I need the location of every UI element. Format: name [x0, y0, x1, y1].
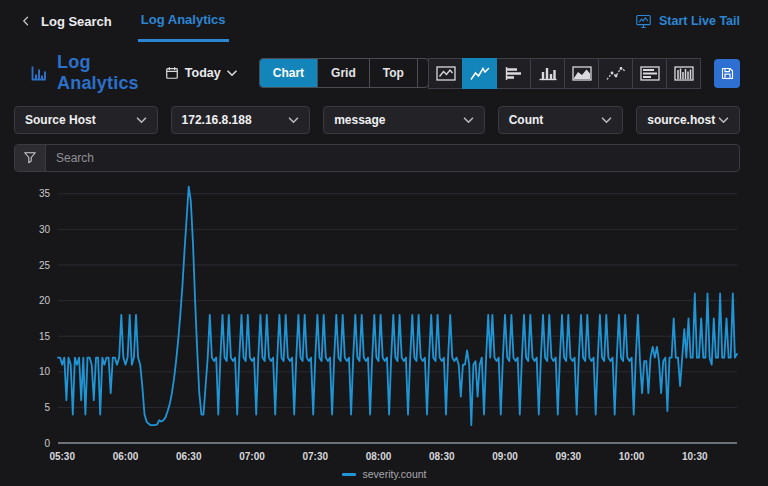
svg-text:07:00: 07:00: [239, 451, 265, 462]
chart-area: 0510152025303505:3006:0006:3007:0007:300…: [14, 170, 754, 466]
bar-chart-horizontal-icon[interactable]: [496, 58, 531, 89]
chart-type-button-group: [429, 58, 701, 89]
date-range-dropdown[interactable]: Today: [165, 66, 237, 80]
chart-legend: severity.count: [0, 468, 768, 480]
svg-text:07:30: 07:30: [303, 451, 329, 462]
start-live-tail-button[interactable]: Start Live Tail: [635, 0, 740, 42]
svg-text:35: 35: [39, 188, 51, 199]
search-input[interactable]: [46, 151, 739, 165]
filter-row: Source Host 172.16.8.188 message Count s…: [14, 106, 740, 134]
split-field-select[interactable]: source.host: [636, 106, 740, 134]
back-label: Log Search: [41, 14, 112, 29]
floppy-disk-icon: [720, 66, 735, 81]
top-bar: Log Search Log Analytics Start Live Tail: [0, 0, 768, 42]
svg-text:05:30: 05:30: [49, 451, 75, 462]
page-title-group: Log Analytics: [30, 52, 139, 94]
chevron-left-icon: [20, 15, 32, 27]
field-select[interactable]: message: [323, 106, 485, 134]
view-button-grid[interactable]: Grid: [317, 59, 369, 87]
legend-label: severity.count: [363, 468, 427, 480]
view-button-top-n[interactable]: Top N: [369, 59, 417, 87]
svg-text:5: 5: [44, 402, 50, 413]
chevron-down-icon: [227, 70, 237, 77]
group-by-value: Source Host: [25, 113, 96, 127]
chevron-down-icon: [601, 117, 612, 124]
svg-text:10: 10: [39, 366, 51, 377]
back-to-log-search[interactable]: Log Search: [20, 0, 112, 42]
live-tail-monitor-icon: [635, 13, 652, 30]
save-button[interactable]: [714, 59, 740, 88]
live-tail-label: Start Live Tail: [659, 14, 740, 28]
svg-text:30: 30: [39, 224, 51, 235]
group-by-select[interactable]: Source Host: [14, 106, 158, 134]
svg-text:25: 25: [39, 260, 51, 271]
chevron-down-icon: [288, 117, 299, 124]
histogram-bars-icon[interactable]: [666, 58, 701, 89]
framed-line-chart-icon[interactable]: [428, 58, 463, 89]
chevron-down-icon: [463, 117, 474, 124]
split-field-value: source.host: [647, 113, 715, 127]
svg-text:06:00: 06:00: [113, 451, 139, 462]
page-title: Log Analytics: [57, 52, 139, 94]
analytics-toolbar: Log Analytics Today Chart Grid Top N Gau…: [30, 56, 740, 90]
view-mode-button-group: Chart Grid Top N Gauge: [259, 58, 429, 88]
svg-text:09:30: 09:30: [556, 451, 582, 462]
svg-text:15: 15: [39, 331, 51, 342]
stacked-rows-icon[interactable]: [632, 58, 667, 89]
field-value: message: [334, 113, 385, 127]
svg-text:08:00: 08:00: [366, 451, 392, 462]
chevron-down-icon: [718, 117, 729, 124]
aggregation-value: Count: [509, 113, 544, 127]
legend-line-swatch: [342, 473, 356, 476]
column-chart-icon[interactable]: [530, 58, 565, 89]
line-chart-icon[interactable]: [462, 58, 497, 89]
svg-text:10:30: 10:30: [682, 451, 708, 462]
legend-item-severity-count[interactable]: severity.count: [342, 468, 427, 480]
filter-funnel-icon: [23, 151, 37, 165]
chevron-down-icon: [136, 117, 147, 124]
svg-text:0: 0: [44, 438, 50, 449]
calendar-icon: [165, 66, 179, 80]
area-chart-icon[interactable]: [564, 58, 599, 89]
aggregation-select[interactable]: Count: [498, 106, 624, 134]
view-button-chart[interactable]: Chart: [260, 59, 317, 87]
source-host-value: 172.16.8.188: [182, 113, 252, 127]
svg-text:20: 20: [39, 295, 51, 306]
analytics-line-chart: 0510152025303505:3006:0006:3007:0007:300…: [14, 170, 754, 466]
svg-text:10:00: 10:00: [619, 451, 645, 462]
filter-funnel-button[interactable]: [15, 145, 46, 171]
tab-log-analytics[interactable]: Log Analytics: [138, 0, 229, 42]
svg-text:09:00: 09:00: [492, 451, 518, 462]
scatter-line-icon[interactable]: [598, 58, 633, 89]
svg-text:06:30: 06:30: [176, 451, 202, 462]
search-bar: [14, 144, 740, 172]
date-range-label: Today: [185, 66, 221, 80]
svg-text:08:30: 08:30: [429, 451, 455, 462]
bar-chart-title-icon: [30, 64, 48, 82]
source-host-select[interactable]: 172.16.8.188: [171, 106, 311, 134]
